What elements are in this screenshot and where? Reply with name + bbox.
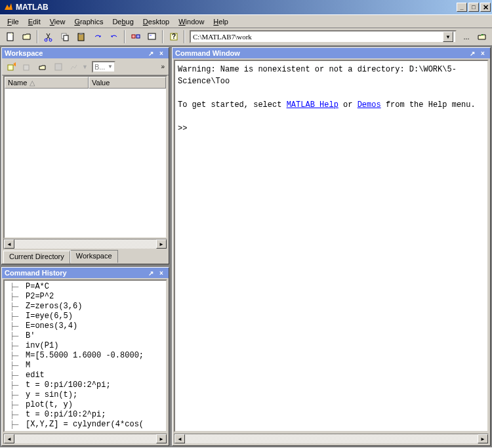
menu-file[interactable]: File bbox=[3, 16, 24, 27]
history-titlebar: Command History ↗ × bbox=[2, 268, 169, 278]
menu-debug[interactable]: Debug bbox=[108, 16, 138, 27]
warning-text: Warning: Name is nonexistent or not a di… bbox=[178, 64, 485, 87]
stack-dropdown[interactable]: B...▼ bbox=[92, 61, 115, 73]
close-panel-button[interactable]: × bbox=[157, 49, 166, 58]
cmd-scroll-left[interactable]: ◄ bbox=[174, 434, 185, 443]
folder-up-icon bbox=[477, 31, 487, 42]
browse-path-button[interactable]: ... bbox=[460, 30, 473, 44]
titlebar: MATLAB _ □ ✕ bbox=[0, 0, 492, 14]
menu-edit[interactable]: Edit bbox=[24, 16, 45, 27]
workspace-toolbar: ✱ ▼ B...▼ » bbox=[2, 58, 169, 75]
undock-button[interactable]: ↗ bbox=[146, 49, 155, 58]
demos-link[interactable]: Demos bbox=[358, 100, 381, 110]
save-ws-button[interactable] bbox=[51, 60, 66, 74]
cmd-scroll-right[interactable]: ► bbox=[478, 434, 488, 443]
simulink-icon bbox=[131, 31, 141, 42]
history-item[interactable]: ├─plot(t, y) bbox=[5, 400, 166, 410]
history-item[interactable]: ├─P=A*C bbox=[5, 282, 166, 292]
history-item[interactable]: ├─M=[5.5000 1.6000 -0.8000; bbox=[5, 351, 166, 361]
menu-help[interactable]: Help bbox=[209, 16, 233, 27]
minimize-button[interactable]: _ bbox=[457, 3, 467, 12]
workspace-title-text: Workspace bbox=[5, 49, 145, 57]
menu-desktop[interactable]: Desktop bbox=[138, 16, 174, 27]
history-undock-button[interactable]: ↗ bbox=[146, 268, 155, 277]
workspace-titlebar: Workspace ↗ × bbox=[2, 48, 169, 58]
current-folder-input[interactable]: C:\MATLAB7\work ▼ bbox=[190, 30, 457, 43]
history-close-button[interactable]: × bbox=[157, 268, 166, 277]
col-value-header[interactable]: Value bbox=[89, 77, 166, 89]
paste-button[interactable] bbox=[73, 30, 89, 44]
tab-current-directory[interactable]: Current Directory bbox=[3, 251, 70, 264]
guide-button[interactable] bbox=[144, 30, 159, 44]
history-scroll-right[interactable]: ► bbox=[156, 434, 167, 443]
new-file-icon bbox=[5, 31, 16, 42]
plot-button[interactable] bbox=[66, 60, 81, 74]
help-button[interactable]: ? bbox=[166, 30, 181, 44]
svg-point-1 bbox=[45, 39, 47, 41]
open-var-button[interactable] bbox=[19, 60, 34, 74]
workspace-panel: Workspace ↗ × ✱ ▼ B...▼ » Name △ Value bbox=[1, 47, 169, 264]
open-button[interactable] bbox=[19, 30, 34, 44]
maximize-button[interactable]: □ bbox=[468, 3, 479, 12]
redo-button[interactable] bbox=[106, 30, 121, 44]
scroll-left-button[interactable]: ◄ bbox=[4, 239, 14, 249]
guide-icon bbox=[147, 31, 157, 42]
open-folder-icon bbox=[22, 31, 32, 42]
history-item[interactable]: ├─edit bbox=[5, 371, 166, 380]
simulink-button[interactable] bbox=[128, 30, 143, 44]
save-icon bbox=[54, 62, 63, 71]
toolbar-chevron-icon[interactable]: » bbox=[161, 63, 167, 70]
history-item[interactable]: ├─B' bbox=[5, 331, 166, 341]
history-item[interactable]: ├─I=eye(6,5) bbox=[5, 312, 166, 321]
new-var-icon: ✱ bbox=[7, 62, 16, 71]
menu-window[interactable]: Window bbox=[174, 16, 209, 27]
history-item[interactable]: ├─Z=zeros(3,6) bbox=[5, 302, 166, 312]
path-dropdown-arrow[interactable]: ▼ bbox=[443, 31, 453, 42]
history-item[interactable]: ├─inv(P1) bbox=[5, 341, 166, 351]
menu-view[interactable]: View bbox=[45, 16, 70, 27]
cut-button[interactable] bbox=[41, 30, 56, 44]
history-item[interactable]: ├─y = sin(t); bbox=[5, 390, 166, 400]
command-title-text: Command Window bbox=[175, 49, 466, 57]
redo-icon bbox=[109, 31, 119, 42]
tab-workspace[interactable]: Workspace bbox=[70, 250, 118, 263]
new-var-button[interactable]: ✱ bbox=[3, 60, 18, 74]
history-scroll-left[interactable]: ◄ bbox=[4, 434, 14, 443]
history-title-text: Command History bbox=[5, 269, 145, 277]
svg-text:?: ? bbox=[171, 33, 175, 40]
command-prompt[interactable]: >> bbox=[178, 123, 485, 134]
svg-point-2 bbox=[49, 39, 52, 41]
copy-button[interactable] bbox=[57, 30, 72, 44]
svg-rect-9 bbox=[148, 33, 155, 39]
col-name-header[interactable]: Name △ bbox=[5, 77, 89, 89]
path-up-button[interactable] bbox=[474, 30, 489, 44]
help-icon: ? bbox=[169, 31, 179, 42]
new-button[interactable] bbox=[3, 30, 18, 44]
history-item[interactable]: ├─E=ones(3,4) bbox=[5, 321, 166, 331]
menu-graphics[interactable]: Graphics bbox=[70, 16, 108, 27]
svg-rect-7 bbox=[132, 35, 135, 38]
main-area: Workspace ↗ × ✱ ▼ B...▼ » Name △ Value bbox=[0, 46, 492, 447]
command-undock-button[interactable]: ↗ bbox=[468, 49, 477, 58]
command-window[interactable]: Warning: Name is nonexistent or not a di… bbox=[174, 60, 489, 432]
workspace-scroll-h[interactable]: ◄ ► bbox=[3, 239, 167, 249]
plot-icon bbox=[70, 62, 79, 71]
undo-button[interactable] bbox=[90, 30, 105, 44]
history-item[interactable]: ├─P2=P^2 bbox=[5, 292, 166, 302]
workspace-table[interactable]: Name △ Value bbox=[3, 75, 167, 239]
scroll-right-button[interactable]: ► bbox=[156, 239, 167, 249]
history-list[interactable]: ├─P=A*C├─P2=P^2├─Z=zeros(3,6)├─I=eye(6,5… bbox=[3, 279, 167, 432]
svg-text:✱: ✱ bbox=[13, 62, 16, 68]
matlab-help-link[interactable]: MATLAB Help bbox=[287, 100, 338, 110]
command-scroll-h[interactable]: ◄ ► bbox=[174, 434, 489, 444]
history-item[interactable]: ├─M bbox=[5, 361, 166, 371]
history-item[interactable]: ├─[X,Y,Z] = cylynder(4*cos( bbox=[5, 420, 166, 430]
command-window-panel: Command Window ↗ × Warning: Name is none… bbox=[172, 47, 491, 446]
import-button[interactable] bbox=[35, 60, 50, 74]
svg-rect-6 bbox=[79, 33, 83, 35]
history-item[interactable]: ├─t = 0:pi/100:2^pi; bbox=[5, 380, 166, 390]
close-button[interactable]: ✕ bbox=[480, 3, 491, 12]
command-close-button[interactable]: × bbox=[478, 49, 487, 58]
history-scroll-h[interactable]: ◄ ► bbox=[3, 434, 167, 444]
history-item[interactable]: ├─t = 0:pi/10:2^pi; bbox=[5, 410, 166, 420]
